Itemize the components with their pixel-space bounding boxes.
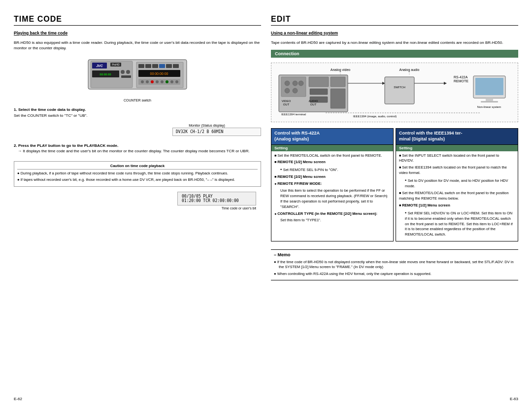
rs422a-item-2: REMOTE [1/2] Menu screen [274,160,390,165]
ieee1394-setting-content: Set the INPUT SELECT switch located on t… [396,151,518,241]
memo-box: – Memo ● If the time code of BR-HD50 is … [271,249,518,280]
right-page-number: E-63 [271,397,518,401]
svg-rect-14 [152,64,158,68]
ieee1394-panel-header: Control with the IEEE1394 ter- minal (Di… [396,129,518,144]
counter-switch-label: COUNTER switch [14,99,261,102]
rs422a-item-5: REMOTE FF/REW MODE: [274,181,390,187]
rs422a-setting-content: Set the REMOTE/LOCAL switch on the front… [271,151,393,227]
connection-header: Connection [271,50,518,58]
svg-text:JVC: JVC [96,64,103,68]
left-intro-text: BR-HD50 is also equipped with a time cod… [14,40,261,51]
svg-rect-58 [481,101,498,103]
rs422a-item-8: Set this item to "TYPE1". [274,218,390,223]
svg-point-27 [170,80,173,83]
svg-rect-40 [331,89,345,108]
svg-rect-39 [331,77,345,87]
rs422a-setting-label: Setting [271,144,393,151]
svg-point-26 [166,80,168,83]
svg-text:ProHD: ProHD [112,63,119,66]
svg-text:VIDEO: VIDEO [282,100,291,103]
svg-point-33 [299,81,303,86]
svg-point-35 [293,88,298,93]
svg-point-21 [141,80,144,83]
left-section-title: TIME CODE [14,15,261,26]
device-image-area: JVC ProHD 88:88:88 [14,57,261,102]
svg-point-23 [151,80,154,83]
svg-point-24 [156,80,159,83]
ieee1394-setting-label: Setting [396,144,518,151]
monitor-display-area: Monitor (Status display) DV32K CH-1/2 B … [14,124,261,138]
ieee1394-item-3: Set to DV position for DV mode, and to H… [399,177,515,189]
svg-rect-10 [121,75,131,78]
svg-text:88:88:88: 88:88:88 [100,73,111,76]
svg-text:OUT: OUT [283,103,290,106]
svg-text:SWITCH: SWITCH [394,86,405,89]
right-intro-text: Tape contents of BR-HD50 are captured by… [271,40,518,45]
svg-point-34 [285,88,290,93]
right-section-title: EDIT [271,15,518,26]
svg-point-9 [126,70,130,74]
caution-item-2: ● If tapes without recorded user's bit, … [17,177,258,183]
connection-diagram: Analog video Analog audio VIDEO [271,63,518,122]
caution-box: Caution on time code playback ● During p… [14,161,261,187]
svg-point-22 [146,80,149,83]
caution-item-1: ● During playback, if a portion of tape … [17,171,258,176]
analog-audio-label: Analog audio [399,68,420,72]
monitor-screen: DV32K CH-1/2 B 60MIN [172,128,261,136]
ieee1394-item-2: Set the IEEE1394 switch located on the f… [399,165,515,176]
left-subsection-title: Playing back the time code [14,31,261,35]
svg-text:IEEE1394 (image, audio, contro: IEEE1394 (image, audio, control) [353,115,397,118]
svg-text:AUDIO: AUDIO [308,100,318,103]
svg-text:00:00:00:00: 00:00:00:00 [150,72,168,75]
svg-rect-20 [138,79,180,85]
monitor-display-box: Monitor (Status display) DV32K CH-1/2 B … [153,124,261,138]
tc-screen: 00/10/05 PLAY 01:20:00 TCR 02:00:00:00 [177,192,256,206]
rs422a-panel: Control with RS-422A (Analog signals) Se… [271,128,394,241]
svg-point-32 [293,81,298,86]
ieee1394-item-1: Set the INPUT SELECT switch located on t… [399,153,515,164]
svg-text:Non-linear system: Non-linear system [477,105,501,108]
ieee1394-item-4: Set the REMOTE/LOCAL switch on the front… [399,191,515,202]
svg-rect-12 [138,64,144,68]
tc-display-area: 00/10/05 PLAY 01:20:00 TCR 02:00:00:00 T… [14,192,256,210]
svg-rect-36 [309,77,329,87]
right-subsection-title: Using a non-linear editing system [271,31,518,35]
device-svg: JVC ProHD 88:88:88 [83,57,192,97]
rs422a-item-6: Use this item to select the operation to… [274,188,390,210]
svg-rect-57 [486,98,493,101]
memo-item-1: ● If the time code of BR-HD50 is not dis… [274,260,515,270]
left-page-number: E-62 [14,397,261,401]
svg-marker-52 [444,82,447,85]
memo-item-2: ● When controlling with RS-422A using th… [274,272,515,277]
rs422a-item-3: Set REMOTE SEL 9-PIN to "ON". [274,167,390,173]
svg-rect-56 [475,78,503,95]
rs422a-item-7: CONTROLLER TYPE (in the REMOTE [2/2] Men… [274,211,390,217]
step2: 2. Press the PLAY button to go to the PL… [14,143,261,154]
rs422a-item-1: Set the REMOTE/LOCAL switch on the front… [274,153,390,159]
ieee1394-panel: Control with the IEEE1394 ter- minal (Di… [396,128,518,241]
svg-rect-17 [173,64,179,68]
step1: 1. Select the time code data to display.… [14,107,261,118]
svg-text:IEEE1394 terminal: IEEE1394 terminal [281,113,306,116]
rs422a-panel-header: Control with RS-422A (Analog signals) [271,129,393,144]
rs422a-item-4: REMOTE [2/2] Menu screen [274,174,390,180]
svg-text:OUT: OUT [310,103,317,106]
svg-text:REMOTE: REMOTE [454,79,468,83]
setting-panels: Control with RS-422A (Analog signals) Se… [271,128,518,241]
svg-point-31 [285,81,290,86]
svg-text:RS-422A: RS-422A [454,75,468,79]
svg-point-8 [121,70,125,74]
svg-rect-37 [310,89,328,95]
svg-rect-16 [166,64,172,68]
svg-rect-49 [385,77,414,104]
svg-point-25 [161,80,164,83]
svg-rect-30 [281,77,306,97]
svg-point-28 [175,80,178,83]
connection-svg: Analog video Analog audio VIDEO [274,66,515,118]
ieee1394-item-5: REMOTE [1/2] Menu screen [399,203,515,208]
ieee1394-item-6: Set REM SEL HDV/DV to ON or LOC+REM. Set… [399,210,515,238]
svg-rect-15 [159,64,165,68]
analog-video-label: Analog video [331,68,351,72]
svg-rect-13 [145,64,151,68]
right-column: EDIT Using a non-linear editing system T… [271,15,518,401]
